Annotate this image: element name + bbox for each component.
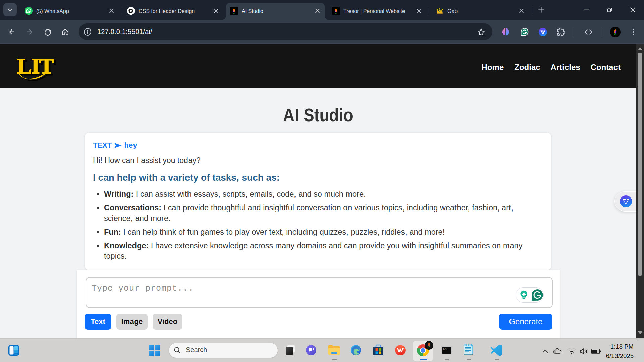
svg-text:LIT: LIT xyxy=(335,12,337,14)
svg-text:C:\>: C:\> xyxy=(443,348,448,350)
svg-text:LIT: LIT xyxy=(614,33,616,35)
svg-text:LIT: LIT xyxy=(428,346,430,348)
svg-text:LIT: LIT xyxy=(233,12,235,14)
svg-text:LIT: LIT xyxy=(17,54,54,78)
